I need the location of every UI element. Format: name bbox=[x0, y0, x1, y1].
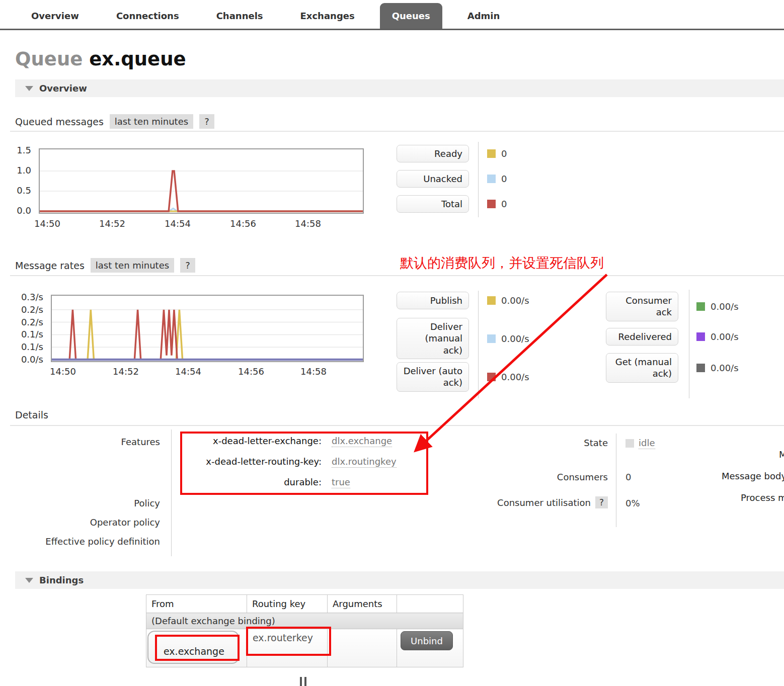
deliver-auto-swatch bbox=[487, 373, 496, 381]
publish-value: 0.00/s bbox=[501, 295, 529, 306]
details-heading-row: Details bbox=[15, 409, 48, 420]
binding-action-cell: Unbind bbox=[397, 629, 463, 667]
col-routing-key: Routing key bbox=[247, 595, 328, 613]
tab-overview[interactable]: Overview bbox=[19, 3, 91, 29]
ready-legend-button[interactable]: Ready bbox=[397, 145, 469, 162]
process-memory-label-clipped: Process memory bbox=[741, 492, 784, 503]
queued-range-chip[interactable]: last ten minutes bbox=[110, 114, 193, 129]
ready-swatch bbox=[487, 149, 496, 158]
collapse-triangle-icon bbox=[25, 578, 33, 583]
tab-admin[interactable]: Admin bbox=[455, 3, 512, 29]
unbind-button[interactable]: Unbind bbox=[401, 631, 453, 650]
message-rates-plot bbox=[52, 296, 363, 361]
publish-swatch bbox=[487, 296, 496, 305]
unacked-value: 0 bbox=[501, 174, 507, 184]
exchange-highlight-box bbox=[155, 635, 240, 661]
deliver-auto-legend-button[interactable]: Deliver (auto ack) bbox=[397, 362, 469, 392]
divider bbox=[10, 425, 784, 426]
collapse-triangle-icon bbox=[25, 86, 33, 91]
queued-messages-heading-row: Queued messages last ten minutes ? bbox=[15, 114, 214, 129]
total-swatch bbox=[487, 200, 496, 208]
details-divider bbox=[171, 430, 172, 556]
legend-row-deliver-manual: Deliver (manual ack) 0.00/s bbox=[397, 318, 529, 359]
idle-state-swatch bbox=[625, 439, 634, 448]
rates-help-icon[interactable]: ? bbox=[180, 258, 195, 273]
details-heading: Details bbox=[15, 409, 48, 420]
col-arguments: Arguments bbox=[328, 595, 397, 613]
routing-key-highlight-box bbox=[246, 627, 331, 656]
total-legend-button[interactable]: Total bbox=[397, 195, 469, 213]
binding-diagram-arrow-icon bbox=[304, 677, 306, 686]
legend-divider bbox=[478, 142, 479, 217]
redelivered-legend-button[interactable]: Redelivered bbox=[606, 328, 678, 346]
col-action bbox=[397, 595, 463, 613]
effective-policy-label: Effective policy definition bbox=[15, 536, 160, 547]
consumers-value: 0 bbox=[625, 472, 631, 482]
bindings-header-row: From Routing key Arguments bbox=[146, 595, 463, 613]
legend-row-deliver-auto: Deliver (auto ack) 0.00/s bbox=[397, 362, 529, 392]
deliver-auto-value: 0.00/s bbox=[501, 372, 529, 382]
consumer-utilisation-value: 0% bbox=[625, 498, 640, 508]
section-bindings-header[interactable]: Bindings bbox=[15, 571, 784, 589]
deliver-manual-legend-button[interactable]: Deliver (manual ack) bbox=[397, 318, 469, 359]
unacked-legend-button[interactable]: Unacked bbox=[397, 170, 469, 188]
deliver-manual-swatch bbox=[487, 334, 496, 343]
memory-label-clipped: Memory bbox=[779, 449, 784, 460]
message-rates-chart bbox=[51, 295, 364, 362]
queued-chart-x-axis: 14:5014:5214:5414:5614:58 bbox=[40, 218, 363, 230]
red-annotation-text: 默认的消费队列，并设置死信队列 bbox=[400, 254, 604, 272]
legend-row-unacked: Unacked 0 bbox=[397, 170, 507, 188]
get-manual-value: 0.00/s bbox=[711, 363, 739, 373]
unacked-swatch bbox=[487, 175, 496, 183]
message-body-bytes-label-clipped: Message body bytes bbox=[722, 471, 784, 481]
tab-connections[interactable]: Connections bbox=[104, 3, 191, 29]
consumer-utilisation-row: Consumer utilisation ? bbox=[457, 496, 608, 508]
section-bindings-label: Bindings bbox=[39, 575, 84, 585]
col-from: From bbox=[146, 595, 247, 613]
legend-row-redelivered: Redelivered 0.00/s bbox=[606, 328, 739, 346]
features-highlight-box bbox=[180, 432, 428, 495]
ready-value: 0 bbox=[501, 148, 507, 159]
queued-messages-chart bbox=[39, 148, 364, 214]
queued-messages-heading: Queued messages bbox=[15, 116, 104, 127]
redelivered-value: 0.00/s bbox=[711, 331, 739, 342]
legend-divider bbox=[689, 290, 689, 398]
tab-exchanges[interactable]: Exchanges bbox=[288, 3, 367, 29]
consumers-label: Consumers bbox=[457, 472, 608, 482]
deliver-manual-value: 0.00/s bbox=[501, 333, 529, 344]
policy-label: Policy bbox=[15, 498, 160, 508]
tab-channels[interactable]: Channels bbox=[204, 3, 275, 29]
legend-row-consumer-ack: Consumer ack 0.00/s bbox=[606, 292, 739, 321]
message-rates-heading-row: Message rates last ten minutes ? bbox=[15, 258, 195, 273]
legend-row-ready: Ready 0 bbox=[397, 145, 507, 162]
utilisation-help-icon[interactable]: ? bbox=[595, 496, 608, 508]
queued-help-icon[interactable]: ? bbox=[199, 114, 214, 129]
get-manual-legend-button[interactable]: Get (manual ack) bbox=[606, 353, 678, 383]
queued-messages-plot bbox=[40, 149, 363, 213]
page-title-prefix: Queue bbox=[15, 48, 83, 70]
section-overview-header[interactable]: Overview bbox=[15, 79, 784, 97]
page-title: Queue ex.queue bbox=[15, 48, 186, 70]
details-divider bbox=[616, 434, 616, 527]
divider bbox=[10, 275, 784, 276]
get-manual-swatch bbox=[696, 364, 705, 372]
state-value-row: idle bbox=[625, 438, 655, 449]
queued-chart-y-axis: 1.51.00.50.0 bbox=[0, 149, 34, 212]
consumer-ack-value: 0.00/s bbox=[711, 301, 739, 312]
state-label: State bbox=[457, 438, 608, 448]
rates-chart-x-axis: 14:5014:5214:5414:5614:58 bbox=[52, 366, 363, 378]
consumer-ack-legend-button[interactable]: Consumer ack bbox=[606, 292, 678, 321]
section-overview-label: Overview bbox=[39, 83, 87, 94]
legend-row-total: Total 0 bbox=[397, 195, 507, 213]
tab-queues[interactable]: Queues bbox=[380, 3, 442, 29]
message-rates-heading: Message rates bbox=[15, 260, 85, 271]
divider bbox=[10, 131, 784, 132]
binding-arguments-cell bbox=[328, 629, 397, 667]
legend-row-get-manual: Get (manual ack) 0.00/s bbox=[606, 353, 739, 383]
main-nav-tabs: Overview Connections Channels Exchanges … bbox=[19, 3, 512, 29]
rates-range-chip[interactable]: last ten minutes bbox=[91, 258, 174, 273]
operator-policy-label: Operator policy bbox=[15, 517, 160, 528]
publish-legend-button[interactable]: Publish bbox=[397, 292, 469, 309]
queue-name: ex.queue bbox=[89, 48, 186, 70]
total-value: 0 bbox=[501, 199, 507, 209]
